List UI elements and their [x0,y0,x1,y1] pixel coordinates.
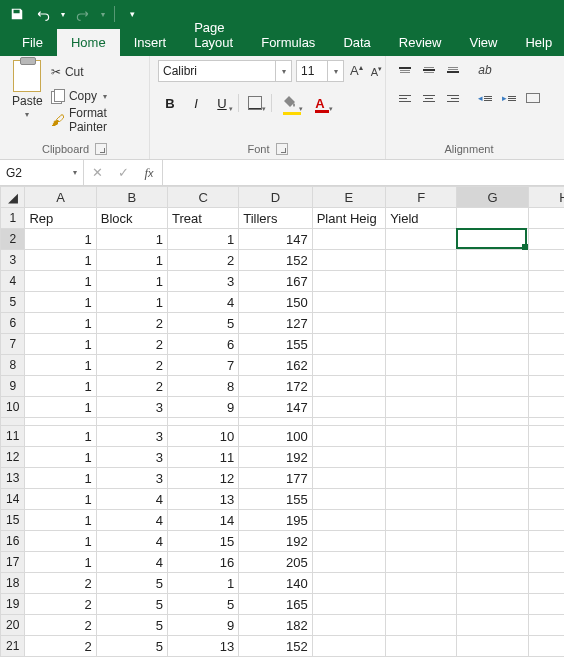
cell[interactable]: 6 [167,334,238,355]
cell[interactable] [528,397,564,418]
row-header[interactable]: 17 [1,552,25,573]
redo-dropdown-icon[interactable]: ▾ [98,3,108,25]
cell[interactable]: 192 [239,531,312,552]
row-header[interactable]: 2 [1,229,25,250]
cell[interactable] [528,292,564,313]
cell[interactable]: 3 [96,397,167,418]
cell[interactable] [312,594,385,615]
cell[interactable] [457,376,528,397]
tab-home[interactable]: Home [57,29,120,56]
row-header[interactable]: 6 [1,313,25,334]
cell[interactable] [528,594,564,615]
cell[interactable]: 147 [239,229,312,250]
cell[interactable] [457,250,528,271]
cell[interactable]: 3 [96,447,167,468]
name-box[interactable]: G2 ▾ [0,160,84,185]
cell[interactable]: Rep [25,208,96,229]
cell[interactable] [528,531,564,552]
cell[interactable] [457,468,528,489]
cell[interactable] [386,397,457,418]
cell[interactable]: 4 [96,510,167,531]
cell[interactable] [528,355,564,376]
select-all-corner[interactable]: ◢ [1,187,25,208]
border-button[interactable]: ▾ [243,92,267,114]
cell[interactable] [457,355,528,376]
cell[interactable] [457,636,528,657]
row-header[interactable]: 21 [1,636,25,657]
cell[interactable] [528,615,564,636]
cell[interactable]: 2 [25,594,96,615]
row-header[interactable]: 18 [1,573,25,594]
cell[interactable]: 1 [25,313,96,334]
cell[interactable] [457,229,528,250]
cell[interactable] [528,489,564,510]
cell[interactable]: 1 [167,229,238,250]
cell[interactable]: 11 [167,447,238,468]
cell[interactable] [386,426,457,447]
cell[interactable]: 1 [96,271,167,292]
cell[interactable] [528,552,564,573]
column-header-D[interactable]: D [239,187,312,208]
cell[interactable]: 9 [167,397,238,418]
cell[interactable] [312,615,385,636]
shrink-font-button[interactable]: A▾ [369,63,384,80]
save-icon[interactable] [6,3,28,25]
align-center-button[interactable] [418,88,440,108]
row-header[interactable]: 5 [1,292,25,313]
column-header-A[interactable]: A [25,187,96,208]
cell[interactable]: 2 [96,313,167,334]
cell[interactable]: 5 [96,594,167,615]
align-middle-button[interactable] [418,60,440,80]
cell[interactable] [457,313,528,334]
cell[interactable]: 4 [96,489,167,510]
cell[interactable] [312,376,385,397]
cell[interactable]: Tillers [239,208,312,229]
align-left-button[interactable] [394,88,416,108]
fx-button[interactable]: fx [136,165,162,181]
spreadsheet-grid[interactable]: ◢ ABCDEFGH 1RepBlockTreatTillersPlant He… [0,186,564,658]
row-header[interactable]: 10 [1,397,25,418]
cell[interactable] [528,271,564,292]
cell[interactable]: 10 [167,426,238,447]
row-header[interactable]: 14 [1,489,25,510]
cell[interactable] [312,552,385,573]
row-header[interactable]: 9 [1,376,25,397]
row-header[interactable]: 13 [1,468,25,489]
cell[interactable] [528,208,564,229]
cell[interactable] [457,208,528,229]
cell[interactable] [386,489,457,510]
cell[interactable]: 127 [239,313,312,334]
cell[interactable] [528,250,564,271]
dialog-launcher-icon[interactable] [95,143,107,155]
row-header[interactable]: 7 [1,334,25,355]
column-header-F[interactable]: F [386,187,457,208]
font-color-button[interactable]: A▾ [306,92,334,114]
font-name-combo[interactable]: Calibri ▾ [158,60,292,82]
cell[interactable] [386,271,457,292]
cell[interactable] [386,313,457,334]
bold-button[interactable]: B [158,92,182,114]
grow-font-button[interactable]: A▴ [348,61,365,80]
cell[interactable] [386,355,457,376]
cell[interactable] [528,468,564,489]
cell[interactable] [457,426,528,447]
cell[interactable]: 8 [167,376,238,397]
cell[interactable] [312,355,385,376]
orientation-button[interactable]: ab [474,60,496,80]
chevron-down-icon[interactable]: ▾ [276,60,292,82]
cell[interactable]: 16 [167,552,238,573]
cell[interactable]: 1 [167,573,238,594]
cell[interactable]: 1 [25,552,96,573]
cell[interactable]: 5 [167,313,238,334]
row-header[interactable]: 3 [1,250,25,271]
column-header-C[interactable]: C [167,187,238,208]
cell[interactable] [457,510,528,531]
cell[interactable]: 100 [239,426,312,447]
cell[interactable]: 147 [239,397,312,418]
cell[interactable]: 3 [96,468,167,489]
cell[interactable] [457,531,528,552]
cell[interactable]: 177 [239,468,312,489]
chevron-down-icon[interactable]: ▾ [73,168,77,177]
cell[interactable]: 4 [96,531,167,552]
cell[interactable]: 1 [25,355,96,376]
